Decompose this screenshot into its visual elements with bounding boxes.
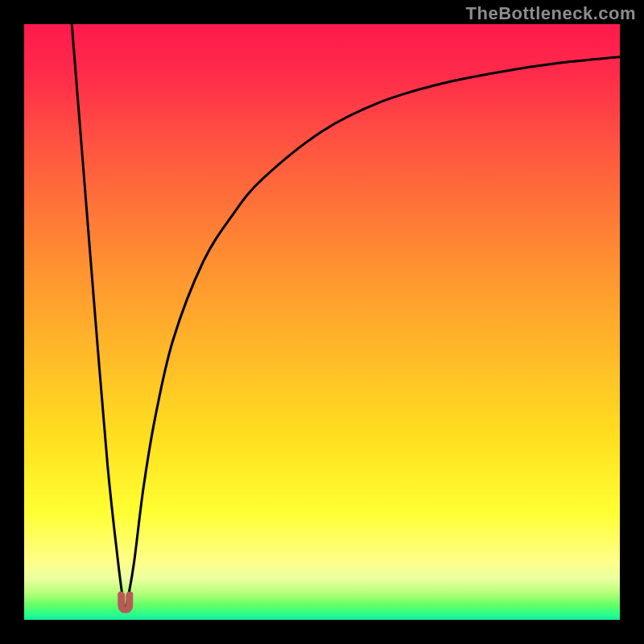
bottleneck-curve [72, 24, 620, 608]
plot-area [24, 24, 620, 620]
watermark-text: TheBottleneck.com [466, 3, 636, 24]
chart-frame: TheBottleneck.com [0, 0, 644, 644]
min-marker [118, 592, 133, 613]
curve-layer [24, 24, 620, 620]
